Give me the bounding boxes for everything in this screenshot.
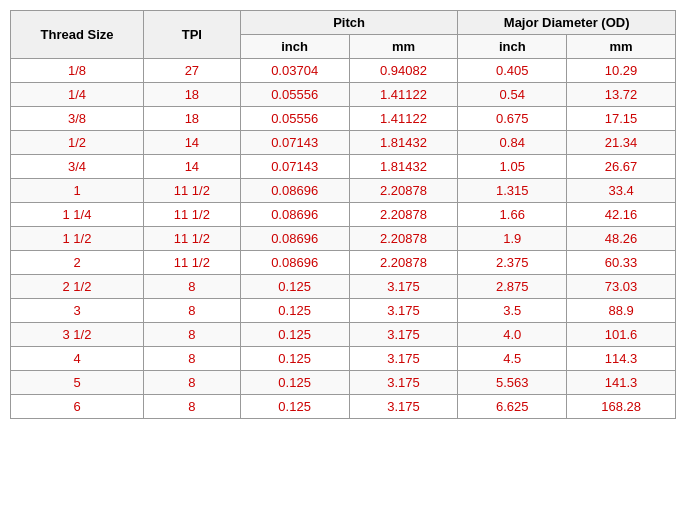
table-row: 3 1/280.1253.1754.0101.6 (11, 323, 676, 347)
cell-pitch-in: 0.08696 (240, 179, 349, 203)
cell-pitch-mm: 2.20878 (349, 179, 458, 203)
cell-thread: 2 (11, 251, 144, 275)
cell-tpi: 14 (144, 155, 241, 179)
cell-od-mm: 114.3 (567, 347, 676, 371)
cell-thread: 1 1/4 (11, 203, 144, 227)
cell-pitch-mm: 3.175 (349, 371, 458, 395)
header-od-inch: inch (458, 35, 567, 59)
table-row: 111 1/20.086962.208781.31533.4 (11, 179, 676, 203)
cell-od-in: 3.5 (458, 299, 567, 323)
table-row: 3/8180.055561.411220.67517.15 (11, 107, 676, 131)
cell-tpi: 8 (144, 395, 241, 419)
cell-od-in: 2.375 (458, 251, 567, 275)
cell-pitch-mm: 3.175 (349, 275, 458, 299)
cell-tpi: 8 (144, 299, 241, 323)
cell-pitch-in: 0.125 (240, 323, 349, 347)
cell-pitch-mm: 0.94082 (349, 59, 458, 83)
cell-od-in: 6.625 (458, 395, 567, 419)
cell-od-mm: 101.6 (567, 323, 676, 347)
cell-pitch-mm: 2.20878 (349, 203, 458, 227)
cell-od-mm: 33.4 (567, 179, 676, 203)
cell-od-in: 4.5 (458, 347, 567, 371)
cell-pitch-in: 0.08696 (240, 203, 349, 227)
cell-thread: 1/8 (11, 59, 144, 83)
cell-tpi: 8 (144, 275, 241, 299)
header-pitch-mm: mm (349, 35, 458, 59)
cell-pitch-in: 0.125 (240, 275, 349, 299)
cell-od-mm: 48.26 (567, 227, 676, 251)
cell-od-mm: 168.28 (567, 395, 676, 419)
cell-pitch-mm: 2.20878 (349, 251, 458, 275)
cell-thread: 3/8 (11, 107, 144, 131)
cell-od-mm: 26.67 (567, 155, 676, 179)
cell-tpi: 11 1/2 (144, 227, 241, 251)
table-row: 380.1253.1753.588.9 (11, 299, 676, 323)
cell-tpi: 11 1/2 (144, 203, 241, 227)
cell-od-in: 1.66 (458, 203, 567, 227)
cell-od-in: 2.875 (458, 275, 567, 299)
cell-tpi: 14 (144, 131, 241, 155)
cell-od-mm: 60.33 (567, 251, 676, 275)
header-major-diameter: Major Diameter (OD) (458, 11, 676, 35)
cell-pitch-in: 0.08696 (240, 227, 349, 251)
cell-od-in: 0.84 (458, 131, 567, 155)
cell-od-in: 1.9 (458, 227, 567, 251)
cell-pitch-mm: 3.175 (349, 395, 458, 419)
cell-thread: 2 1/2 (11, 275, 144, 299)
cell-od-mm: 10.29 (567, 59, 676, 83)
table-row: 1/8270.037040.940820.40510.29 (11, 59, 676, 83)
table-row: 1/2140.071431.814320.8421.34 (11, 131, 676, 155)
cell-tpi: 8 (144, 323, 241, 347)
header-pitch: Pitch (240, 11, 458, 35)
cell-thread: 4 (11, 347, 144, 371)
cell-tpi: 11 1/2 (144, 251, 241, 275)
cell-thread: 5 (11, 371, 144, 395)
cell-thread: 1/4 (11, 83, 144, 107)
cell-pitch-in: 0.05556 (240, 107, 349, 131)
cell-od-mm: 141.3 (567, 371, 676, 395)
header-tpi: TPI (144, 11, 241, 59)
cell-od-mm: 73.03 (567, 275, 676, 299)
cell-od-in: 1.05 (458, 155, 567, 179)
cell-od-mm: 13.72 (567, 83, 676, 107)
table-row: 211 1/20.086962.208782.37560.33 (11, 251, 676, 275)
table-row: 1 1/411 1/20.086962.208781.6642.16 (11, 203, 676, 227)
cell-pitch-in: 0.125 (240, 347, 349, 371)
cell-od-mm: 17.15 (567, 107, 676, 131)
table-row: 1/4180.055561.411220.5413.72 (11, 83, 676, 107)
header-pitch-inch: inch (240, 35, 349, 59)
cell-tpi: 18 (144, 107, 241, 131)
cell-pitch-in: 0.03704 (240, 59, 349, 83)
cell-thread: 3/4 (11, 155, 144, 179)
table-row: 2 1/280.1253.1752.87573.03 (11, 275, 676, 299)
cell-pitch-mm: 3.175 (349, 347, 458, 371)
cell-thread: 1 (11, 179, 144, 203)
cell-pitch-in: 0.07143 (240, 131, 349, 155)
cell-thread: 6 (11, 395, 144, 419)
thread-size-table: Thread Size TPI Pitch Major Diameter (OD… (10, 10, 676, 419)
cell-tpi: 27 (144, 59, 241, 83)
cell-pitch-in: 0.05556 (240, 83, 349, 107)
cell-tpi: 11 1/2 (144, 179, 241, 203)
cell-pitch-in: 0.125 (240, 299, 349, 323)
cell-thread: 3 (11, 299, 144, 323)
cell-pitch-in: 0.125 (240, 371, 349, 395)
cell-od-in: 1.315 (458, 179, 567, 203)
header-thread-size: Thread Size (11, 11, 144, 59)
cell-pitch-in: 0.125 (240, 395, 349, 419)
table-row: 580.1253.1755.563141.3 (11, 371, 676, 395)
cell-tpi: 8 (144, 371, 241, 395)
table-row: 3/4140.071431.814321.0526.67 (11, 155, 676, 179)
cell-od-mm: 42.16 (567, 203, 676, 227)
cell-pitch-in: 0.07143 (240, 155, 349, 179)
cell-pitch-mm: 3.175 (349, 299, 458, 323)
table-row: 480.1253.1754.5114.3 (11, 347, 676, 371)
cell-tpi: 18 (144, 83, 241, 107)
cell-od-in: 0.675 (458, 107, 567, 131)
cell-pitch-in: 0.08696 (240, 251, 349, 275)
cell-od-mm: 21.34 (567, 131, 676, 155)
cell-od-mm: 88.9 (567, 299, 676, 323)
table-row: 1 1/211 1/20.086962.208781.948.26 (11, 227, 676, 251)
cell-pitch-mm: 1.81432 (349, 155, 458, 179)
cell-pitch-mm: 1.81432 (349, 131, 458, 155)
